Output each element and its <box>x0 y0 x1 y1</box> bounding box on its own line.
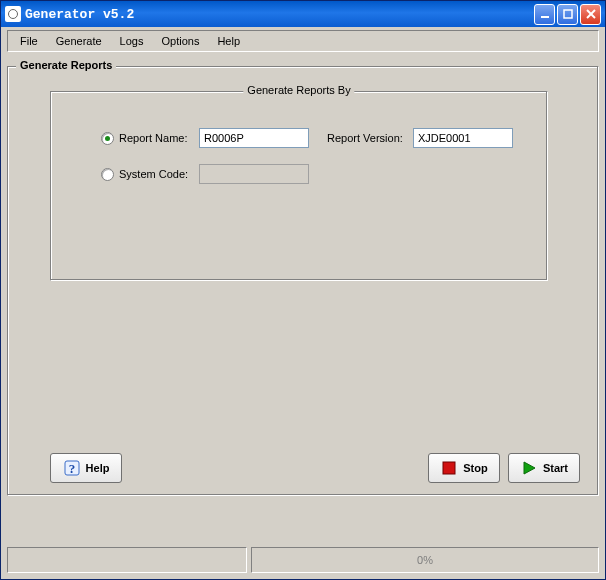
window-title: Generator v5.2 <box>25 7 134 22</box>
start-button[interactable]: Start <box>508 453 580 483</box>
help-button[interactable]: ? Help <box>50 453 122 483</box>
system-code-input <box>199 164 309 184</box>
menu-file[interactable]: File <box>12 33 46 49</box>
report-name-radio[interactable] <box>101 132 114 145</box>
close-button[interactable] <box>580 4 601 25</box>
maximize-button[interactable] <box>557 4 578 25</box>
menu-logs[interactable]: Logs <box>112 33 152 49</box>
menu-help[interactable]: Help <box>209 33 248 49</box>
client-area: Generate Reports Generate Reports By Rep… <box>7 56 599 541</box>
progress-text: 0% <box>417 554 433 566</box>
action-buttons: ? Help Stop Start <box>50 453 580 483</box>
minimize-button[interactable] <box>534 4 555 25</box>
generate-reports-group: Generate Reports Generate Reports By Rep… <box>7 66 599 496</box>
start-button-label: Start <box>543 462 568 474</box>
report-version-label: Report Version: <box>327 132 413 144</box>
svg-marker-7 <box>524 462 535 474</box>
report-version-input[interactable] <box>413 128 513 148</box>
svg-rect-0 <box>541 16 549 18</box>
maximize-icon <box>563 9 573 19</box>
system-code-label: System Code: <box>119 168 199 180</box>
row-report-name: Report Name: Report Version: <box>101 128 531 148</box>
row-system-code: System Code: <box>101 164 309 184</box>
stop-icon <box>440 459 458 477</box>
report-name-label: Report Name: <box>119 132 199 144</box>
stop-button-label: Stop <box>463 462 487 474</box>
window-controls <box>534 4 601 25</box>
menu-options[interactable]: Options <box>153 33 207 49</box>
play-icon <box>520 459 538 477</box>
minimize-icon <box>540 9 550 19</box>
stop-button[interactable]: Stop <box>428 453 500 483</box>
help-icon: ? <box>63 459 81 477</box>
status-bar: 0% <box>7 547 599 573</box>
titlebar: Generator v5.2 <box>1 1 605 27</box>
inner-group-legend: Generate Reports By <box>243 84 354 96</box>
generate-reports-by-group: Generate Reports By Report Name: Report … <box>50 91 548 281</box>
progress-cell: 0% <box>251 547 599 573</box>
outer-group-legend: Generate Reports <box>16 59 116 71</box>
menu-generate[interactable]: Generate <box>48 33 110 49</box>
app-icon <box>5 6 21 22</box>
help-button-label: Help <box>86 462 110 474</box>
report-name-input[interactable] <box>199 128 309 148</box>
status-left <box>7 547 247 573</box>
system-code-radio[interactable] <box>101 168 114 181</box>
svg-rect-6 <box>443 462 455 474</box>
close-icon <box>586 9 596 19</box>
app-window: Generator v5.2 File Generate Logs Option… <box>0 0 606 580</box>
svg-rect-1 <box>564 10 572 18</box>
svg-text:?: ? <box>68 461 75 476</box>
menubar: File Generate Logs Options Help <box>7 30 599 52</box>
